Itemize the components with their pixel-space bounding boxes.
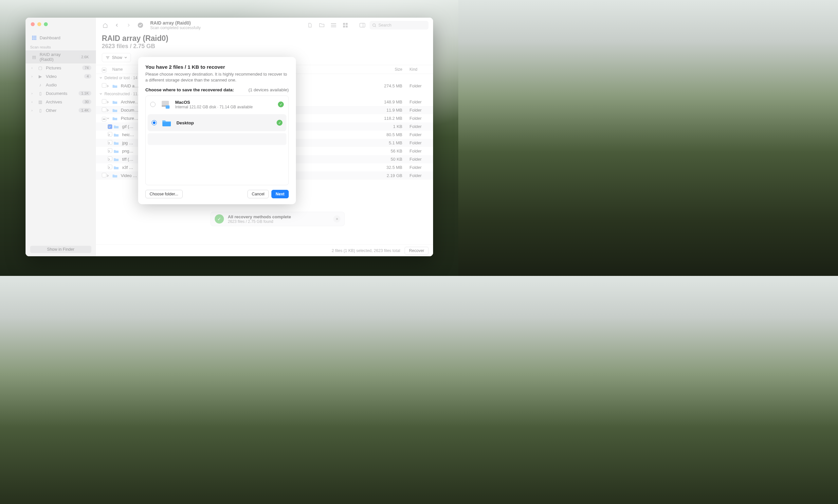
destination-detail: Internal 121.02 GB disk · 71.14 GB avail…: [175, 105, 253, 109]
modal-subhead-text: Choose where to save the recovered data:: [145, 87, 234, 92]
check-icon: ✓: [278, 102, 284, 107]
devices-available: (1 devices available): [248, 87, 289, 92]
modal-title: You have 2 files / 1 KB to recover: [145, 64, 289, 70]
destination-name: MacOS: [175, 100, 253, 105]
internal-disk-icon: [160, 99, 171, 110]
radio-selected[interactable]: [151, 120, 157, 125]
recovery-destination-modal: You have 2 files / 1 KB to recover Pleas…: [138, 57, 296, 204]
radio-unselected[interactable]: [150, 102, 156, 107]
folder-icon: [161, 118, 172, 128]
destination-name: Desktop: [176, 121, 194, 125]
svg-rect-22: [166, 105, 170, 109]
next-button[interactable]: Next: [271, 190, 289, 198]
modal-actions: Choose folder... Cancel Next: [145, 190, 289, 198]
destination-list-footer-area: [148, 133, 286, 145]
destination-macos[interactable]: MacOS Internal 121.02 GB disk · 71.14 GB…: [146, 96, 288, 113]
destination-desktop[interactable]: Desktop ✓: [148, 114, 286, 131]
modal-description: Please choose recovery destination. It i…: [145, 71, 289, 83]
destination-list: MacOS Internal 121.02 GB disk · 71.14 GB…: [145, 95, 289, 185]
check-icon: ✓: [277, 120, 283, 126]
modal-subheading: Choose where to save the recovered data:…: [145, 87, 289, 92]
choose-folder-button[interactable]: Choose folder...: [145, 190, 183, 198]
cancel-button[interactable]: Cancel: [248, 190, 269, 198]
